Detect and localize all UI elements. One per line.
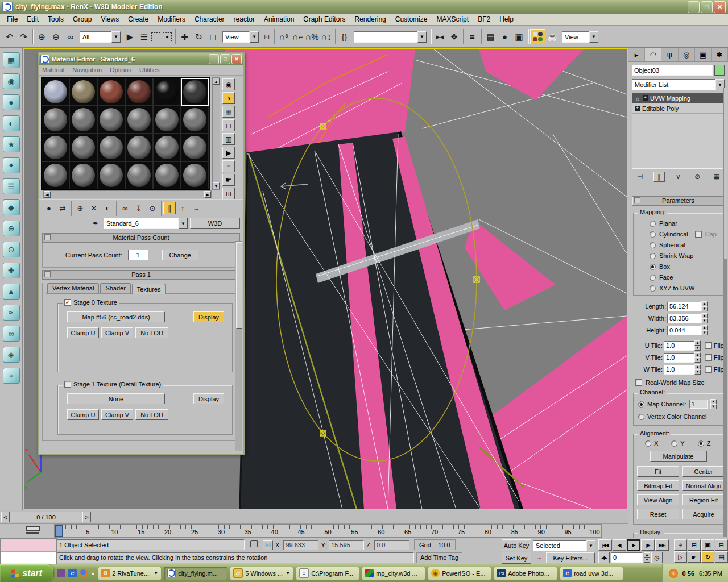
material-map-navigator-icon[interactable]: ⊞ bbox=[222, 188, 235, 199]
tab-modify[interactable]: ◠ bbox=[645, 48, 661, 61]
radio-vertex-color[interactable] bbox=[638, 414, 644, 420]
radio-planar[interactable] bbox=[650, 221, 656, 227]
put-material-to-scene-icon[interactable]: ⇄ bbox=[56, 202, 69, 214]
play-button[interactable]: ▶ bbox=[627, 539, 640, 551]
radio-align-y[interactable] bbox=[671, 440, 677, 447]
close-button[interactable]: ✕ bbox=[714, 1, 726, 13]
sample-slot[interactable] bbox=[181, 106, 209, 134]
shelf-icon-16[interactable]: ⌖ bbox=[3, 368, 20, 384]
height-field[interactable]: 0.044 bbox=[667, 326, 701, 335]
region-fit-button[interactable]: Region Fit bbox=[682, 494, 725, 505]
sample-slot[interactable] bbox=[125, 78, 153, 106]
tab-hierarchy[interactable]: ψ bbox=[661, 48, 678, 61]
sample-slot[interactable] bbox=[97, 134, 125, 161]
sample-slot[interactable] bbox=[42, 134, 69, 161]
menu-bf2[interactable]: BF2 bbox=[473, 15, 495, 23]
modifier-list-dropdown[interactable]: Modifier List▼ bbox=[632, 79, 725, 90]
sample-type-icon[interactable]: ◉ bbox=[222, 78, 235, 90]
pick-material-eyedropper-icon[interactable]: ✒ bbox=[90, 218, 101, 229]
sample-slot[interactable] bbox=[97, 78, 125, 106]
view-align-button[interactable]: View Align bbox=[637, 494, 679, 505]
select-and-scale-icon[interactable]: ◻ bbox=[206, 30, 220, 44]
menu-character[interactable]: Character bbox=[190, 15, 229, 23]
sample-slot[interactable] bbox=[125, 161, 153, 189]
w-tile-field[interactable]: 1.0 bbox=[664, 365, 694, 375]
stage0-clamp-v-button[interactable]: Clamp V bbox=[101, 327, 133, 338]
stage0-display-button[interactable]: Display bbox=[193, 311, 224, 322]
zoom-all-icon[interactable]: ⊞ bbox=[688, 539, 701, 551]
make-unique-stack-icon[interactable]: ∨ bbox=[673, 171, 684, 182]
select-and-rotate-icon[interactable]: ↻ bbox=[192, 30, 206, 44]
next-frame-icon[interactable]: ||▶ bbox=[641, 539, 655, 551]
show-map-in-viewport-icon[interactable]: ∥ bbox=[163, 202, 176, 214]
mat-menu-utilities[interactable]: Utilities bbox=[139, 66, 159, 73]
tab-create[interactable]: ▸ bbox=[628, 48, 645, 61]
v-flip-checkbox[interactable] bbox=[705, 354, 712, 361]
quicklaunch-overflow-chevron[interactable]: » bbox=[91, 570, 94, 577]
sample-slot[interactable] bbox=[153, 106, 181, 134]
snap-toggle-icon[interactable]: ∩³ bbox=[276, 30, 291, 44]
selection-lock-icon[interactable] bbox=[250, 540, 258, 547]
spinner-snap-icon[interactable]: ∩↕ bbox=[319, 30, 333, 44]
min-max-toggle-icon[interactable]: ▤ bbox=[715, 551, 728, 563]
width-spinner[interactable]: ▲▼ bbox=[701, 313, 708, 323]
v-tile-field[interactable]: 1.0 bbox=[664, 353, 694, 363]
tab-display[interactable]: ▣ bbox=[695, 48, 712, 61]
firefox-icon[interactable] bbox=[80, 569, 88, 577]
task-rivatuner[interactable]: ⚙2 RivaTune...▼ bbox=[98, 567, 162, 580]
material-id-channel-icon[interactable]: ⊙ bbox=[146, 202, 159, 214]
tab-utilities[interactable]: ✱ bbox=[712, 48, 728, 61]
object-name-field[interactable]: Object03 bbox=[632, 65, 713, 76]
pan-hand-icon[interactable]: ☛ bbox=[688, 551, 701, 563]
stage1-no-lod-button[interactable]: No LOD bbox=[135, 409, 168, 420]
go-forward-to-sibling-icon[interactable]: → bbox=[189, 202, 203, 214]
task-poweriso[interactable]: ◉PowerISO - E... bbox=[428, 567, 491, 580]
menu-reactor[interactable]: reactor bbox=[229, 15, 259, 23]
get-material-icon[interactable]: ● bbox=[42, 202, 56, 214]
height-spinner[interactable]: ▲▼ bbox=[701, 325, 708, 335]
named-selection-sets-icon[interactable]: {} bbox=[337, 30, 351, 44]
arc-rotate-icon[interactable]: ↻ bbox=[701, 551, 714, 563]
render-scene-dialog-icon[interactable]: ▣ bbox=[512, 30, 526, 44]
parameters-rollout-header[interactable]: -Parameters bbox=[632, 196, 725, 206]
object-color-swatch[interactable] bbox=[714, 65, 725, 76]
layer-manager-icon[interactable]: ≡ bbox=[465, 30, 479, 44]
zoom-icon[interactable]: ⌖ bbox=[674, 539, 687, 551]
pass1-header[interactable]: -Pass 1 bbox=[42, 270, 240, 280]
material-editor-titlebar[interactable]: Material Editor - Standard_6 _ □ ✕ bbox=[39, 53, 243, 65]
mated-close-button[interactable]: ✕ bbox=[231, 54, 242, 64]
change-button[interactable]: Change bbox=[162, 250, 198, 260]
material-pass-count-header[interactable]: -Material Pass Count bbox=[42, 233, 240, 243]
shelf-icon-15[interactable]: ◈ bbox=[3, 347, 20, 363]
trackbar-selection-icon[interactable] bbox=[26, 526, 46, 535]
pin-stack-icon[interactable]: ⊣ bbox=[634, 171, 646, 182]
time-configuration-icon[interactable]: ◷ bbox=[651, 552, 663, 563]
unlink-selection-icon[interactable]: ⊖ bbox=[49, 30, 63, 44]
acquire-button[interactable]: Acquire bbox=[682, 509, 725, 519]
panel-scrollbar[interactable] bbox=[723, 88, 727, 537]
mated-maximize-button[interactable]: □ bbox=[220, 54, 230, 64]
real-world-checkbox[interactable] bbox=[635, 379, 642, 386]
select-object-icon[interactable]: ▶ bbox=[123, 30, 137, 44]
task-windows-explorer[interactable]: ▱5 Windows ...▼ bbox=[230, 567, 293, 580]
manipulate-button[interactable]: Manipulate bbox=[650, 451, 707, 462]
stack-item-editable-poly[interactable]: + Editable Poly bbox=[632, 103, 724, 114]
current-frame-field[interactable]: 0 bbox=[611, 552, 643, 563]
show-end-result-stack-icon[interactable]: ∥ bbox=[653, 172, 665, 182]
sample-slot[interactable] bbox=[69, 161, 97, 189]
sample-slot[interactable] bbox=[181, 78, 209, 106]
go-to-start-icon[interactable]: |◀◀ bbox=[598, 539, 612, 551]
sample-slot[interactable] bbox=[69, 106, 97, 134]
y-coordinate-field[interactable]: 15.595 bbox=[329, 540, 364, 550]
menu-tools[interactable]: Tools bbox=[43, 15, 68, 23]
menu-customize[interactable]: Customize bbox=[391, 15, 432, 23]
zoom-region-icon[interactable]: ▷ bbox=[674, 551, 687, 563]
shelf-icon-8[interactable]: ◆ bbox=[3, 199, 20, 215]
material-editor-icon[interactable] bbox=[530, 29, 545, 44]
task-road-uvw[interactable]: eroad uvw 3d... bbox=[560, 567, 623, 580]
start-button[interactable]: start bbox=[0, 564, 53, 582]
menu-file[interactable]: File bbox=[2, 15, 22, 23]
stage0-map-button[interactable]: Map #56 (cc_road2.dds) bbox=[67, 311, 165, 322]
map-channel-field[interactable]: 1 bbox=[689, 400, 708, 409]
stage1-clamp-u-button[interactable]: Clamp U bbox=[67, 409, 99, 420]
